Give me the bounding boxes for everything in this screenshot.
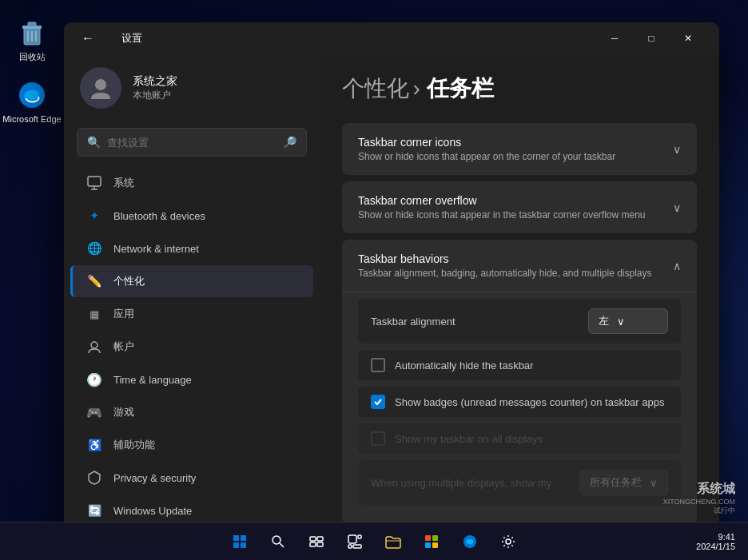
svg-point-11 bbox=[91, 342, 97, 348]
auto-hide-row[interactable]: Automatically hide the taskbar bbox=[358, 350, 681, 380]
edge-image bbox=[16, 79, 48, 111]
bluetooth-icon: ✦ bbox=[86, 208, 102, 224]
all-displays-label: Show my taskbar on all displays bbox=[395, 433, 543, 445]
accessibility-icon: ♿ bbox=[86, 437, 102, 453]
sidebar-item-label-personalization: 个性化 bbox=[113, 274, 145, 288]
sidebar-item-network[interactable]: 🌐 Network & internet bbox=[70, 232, 313, 264]
svg-rect-26 bbox=[425, 535, 431, 541]
svg-rect-20 bbox=[310, 542, 316, 546]
svg-rect-23 bbox=[358, 535, 361, 538]
taskbar-corner-overflow-title: Taskbar corner overflow bbox=[358, 194, 646, 207]
sidebar-item-time-language[interactable]: 🕐 Time & language bbox=[70, 363, 313, 395]
sidebar-item-accessibility[interactable]: ♿ 辅助功能 bbox=[70, 429, 313, 461]
search-container: 🔍 🔎 bbox=[64, 121, 320, 166]
svg-point-31 bbox=[506, 539, 511, 544]
search-icon: 🔍 bbox=[87, 136, 101, 149]
store-button[interactable] bbox=[416, 526, 448, 558]
svg-point-16 bbox=[273, 536, 280, 544]
user-info: 系统之家 本地账户 bbox=[133, 74, 177, 102]
accounts-icon bbox=[86, 339, 102, 355]
sidebar-item-gaming[interactable]: 🎮 游戏 bbox=[70, 396, 313, 428]
sidebar-item-label-apps: 应用 bbox=[113, 307, 134, 321]
dropdown-chevron-icon: ∨ bbox=[617, 316, 625, 328]
personalization-icon: ✏️ bbox=[86, 273, 102, 289]
network-icon: 🌐 bbox=[86, 240, 102, 256]
svg-rect-24 bbox=[353, 545, 361, 548]
minimize-button[interactable]: ─ bbox=[596, 26, 633, 51]
watermark-line3: 试行中 bbox=[663, 506, 735, 516]
settings-taskbar-button[interactable] bbox=[492, 526, 524, 558]
edge-taskbar-button[interactable] bbox=[454, 526, 486, 558]
watermark-line1: 系统城 bbox=[663, 481, 735, 498]
sidebar-item-bluetooth[interactable]: ✦ Bluetooth & devices bbox=[70, 200, 313, 232]
svg-rect-27 bbox=[432, 535, 438, 541]
user-subtitle: 本地账户 bbox=[133, 89, 177, 102]
taskbar-corner-overflow-header[interactable]: Taskbar corner overflow Show or hide ico… bbox=[342, 181, 697, 233]
svg-rect-25 bbox=[348, 545, 352, 548]
taskbar-alignment-dropdown[interactable]: 左 ∨ bbox=[588, 308, 668, 334]
sidebar-item-privacy[interactable]: Privacy & security bbox=[70, 462, 313, 494]
svg-rect-14 bbox=[233, 542, 239, 548]
taskbar-corner-icons-text: Taskbar corner icons Show or hide icons … bbox=[358, 136, 615, 162]
svg-point-7 bbox=[95, 79, 106, 90]
edge-desktop-icon[interactable]: Microsoft Edge bbox=[2, 79, 61, 124]
sidebar-item-label-system: 系统 bbox=[113, 176, 134, 190]
show-badges-checkbox[interactable] bbox=[371, 395, 385, 409]
close-button[interactable]: ✕ bbox=[670, 26, 706, 51]
search-input[interactable] bbox=[107, 137, 277, 149]
svg-rect-2 bbox=[28, 22, 36, 26]
taskbar-behaviors-expanded: Taskbar alignment 左 ∨ Automatically hide… bbox=[342, 292, 697, 524]
svg-line-17 bbox=[280, 543, 284, 547]
multiple-displays-chevron-icon: ∨ bbox=[650, 477, 658, 489]
watermark-line2: XITONGCHENG.COM bbox=[663, 498, 735, 506]
taskbar-behaviors-card: Taskbar behaviors Taskbar alignment, bad… bbox=[342, 240, 697, 524]
clock-time: 9:41 bbox=[696, 532, 735, 542]
sidebar-item-personalization[interactable]: ✏️ 个性化 bbox=[70, 265, 313, 297]
task-view-button[interactable] bbox=[300, 526, 332, 558]
auto-hide-checkbox[interactable] bbox=[371, 358, 385, 372]
window-controls: ─ □ ✕ bbox=[596, 26, 706, 51]
svg-rect-21 bbox=[317, 542, 323, 546]
system-clock: 9:41 2024/1/15 bbox=[696, 532, 735, 551]
maximize-button[interactable]: □ bbox=[633, 26, 670, 51]
start-button[interactable] bbox=[224, 526, 256, 558]
all-displays-row: Show my taskbar on all displays bbox=[358, 423, 681, 454]
taskbar-corner-icons-title: Taskbar corner icons bbox=[358, 136, 615, 149]
multiple-displays-dropdown: 所有任务栏 ∨ bbox=[579, 470, 668, 495]
apps-icon: ▦ bbox=[86, 306, 102, 322]
widgets-button[interactable] bbox=[339, 526, 371, 558]
multiple-displays-label: When using multiple displays, show my bbox=[371, 477, 551, 489]
sidebar-item-apps[interactable]: ▦ 应用 bbox=[70, 298, 313, 330]
taskbar-behaviors-header[interactable]: Taskbar behaviors Taskbar alignment, bad… bbox=[342, 240, 697, 292]
svg-rect-15 bbox=[241, 542, 246, 548]
multiple-displays-value: 所有任务栏 bbox=[590, 475, 642, 490]
sidebar: 系统之家 本地账户 🔍 🔎 bbox=[64, 54, 320, 534]
taskbar-corner-overflow-desc: Show or hide icons that appear in the ta… bbox=[358, 209, 646, 220]
taskbar-corner-icons-header[interactable]: Taskbar corner icons Show or hide icons … bbox=[342, 123, 697, 175]
back-button[interactable]: ← bbox=[77, 27, 99, 50]
taskbar-behaviors-desc: Taskbar alignment, badging, automaticall… bbox=[358, 268, 652, 279]
show-badges-row[interactable]: Show badges (unread messages counter) on… bbox=[358, 387, 681, 417]
user-profile[interactable]: 系统之家 本地账户 bbox=[64, 54, 320, 121]
recycle-bin-icon[interactable]: 回收站 bbox=[16, 16, 48, 63]
chevron-up-icon-2: ∧ bbox=[673, 260, 681, 272]
window-title: 设置 bbox=[121, 31, 142, 46]
main-content: 个性化 › 任务栏 Taskbar corner icons Show or h… bbox=[320, 54, 719, 534]
search-button[interactable] bbox=[262, 526, 294, 558]
nav-list: 系统 ✦ Bluetooth & devices 🌐 Network & int… bbox=[64, 166, 320, 527]
settings-window: ← 设置 ─ □ ✕ bbox=[64, 22, 719, 534]
sidebar-item-system[interactable]: 系统 bbox=[70, 167, 313, 199]
explorer-button[interactable] bbox=[377, 526, 409, 558]
all-displays-checkbox bbox=[371, 431, 385, 446]
taskbar-corner-icons-desc: Show or hide icons that appear on the co… bbox=[358, 151, 615, 162]
search-box[interactable]: 🔍 🔎 bbox=[77, 128, 307, 157]
alignment-value: 左 bbox=[599, 314, 609, 328]
gaming-icon: 🎮 bbox=[86, 404, 102, 420]
multiple-displays-row: When using multiple displays, show my 所有… bbox=[358, 460, 681, 505]
taskbar-alignment-label: Taskbar alignment bbox=[371, 316, 456, 328]
svg-rect-18 bbox=[310, 537, 316, 541]
sidebar-item-accounts[interactable]: 帐户 bbox=[70, 331, 313, 363]
taskbar: 9:41 2024/1/15 bbox=[0, 522, 748, 560]
chevron-down-icon-1: ∨ bbox=[673, 201, 681, 214]
sidebar-item-label-time: Time & language bbox=[113, 374, 192, 386]
